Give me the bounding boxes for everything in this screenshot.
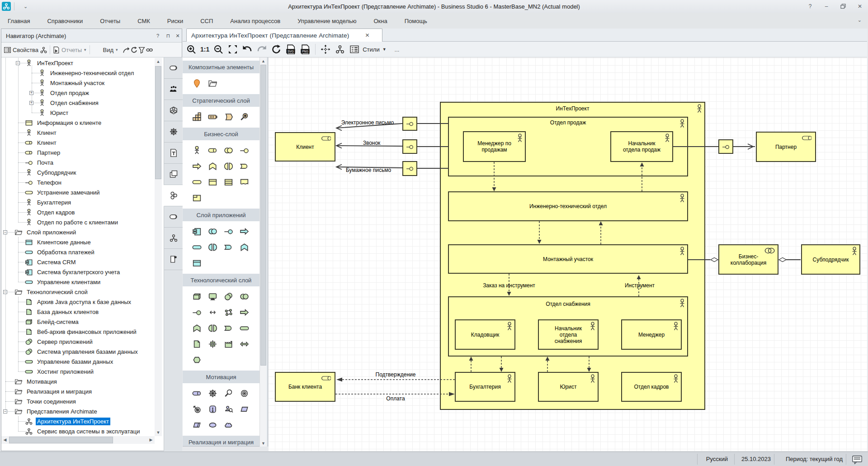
palette-item-product[interactable] xyxy=(189,190,205,206)
tree-item-label[interactable]: Юрист xyxy=(49,109,70,117)
palette-item-process[interactable] xyxy=(189,158,205,174)
junction-letter[interactable] xyxy=(402,161,417,176)
node-menedzher[interactable]: Менеджер xyxy=(621,319,682,350)
properties-icon[interactable] xyxy=(4,46,11,54)
tree-item-label[interactable]: Субподрядчик xyxy=(36,169,77,176)
tree-row[interactable]: Веб-архив финансовых приложений xyxy=(1,327,155,337)
type-tab[interactable] xyxy=(164,164,183,185)
status-period[interactable]: Период: текущий год xyxy=(786,456,843,462)
palette-item-serviced[interactable] xyxy=(221,320,236,336)
tree-expander[interactable] xyxy=(29,91,33,95)
palette-item-material[interactable] xyxy=(236,336,252,352)
tree-expander[interactable] xyxy=(3,409,7,414)
palette-item-value[interactable] xyxy=(205,417,221,433)
tree-row[interactable]: Слой приложений xyxy=(1,227,155,237)
fit-screen-icon[interactable] xyxy=(228,44,238,54)
tree-item-label[interactable]: Мотивация xyxy=(25,378,58,385)
tree-item-label[interactable]: Почта xyxy=(36,159,55,166)
menu-item[interactable]: Главная xyxy=(8,18,37,24)
tree-item-label[interactable]: Технологический слой xyxy=(25,288,89,296)
type-tab[interactable] xyxy=(164,206,183,228)
palette-section-header[interactable]: Композитные элементы xyxy=(183,61,259,73)
auto-layout-icon[interactable] xyxy=(321,44,330,54)
palette-item-goal[interactable] xyxy=(236,385,252,401)
palette-item-representation[interactable] xyxy=(236,174,252,190)
menu-item[interactable]: Отчеты xyxy=(100,18,127,24)
node-montazhny-uchastok[interactable]: Монтажный участок xyxy=(448,244,688,274)
menu-chevron-icon[interactable]: ⌄ xyxy=(858,17,862,23)
help-button[interactable]: ? xyxy=(807,3,814,10)
menu-item[interactable]: Помощь xyxy=(405,18,434,24)
tree-item-label[interactable]: Управление базами данных xyxy=(36,358,114,366)
palette-item-interface[interactable] xyxy=(189,304,205,320)
palette-item-interaction[interactable] xyxy=(221,158,236,174)
node-klient[interactable]: Клиент xyxy=(275,132,335,162)
tree-row[interactable]: Технологический слой xyxy=(1,287,155,297)
menu-item[interactable]: Управление моделью xyxy=(297,18,363,24)
type-tab[interactable] xyxy=(164,143,183,164)
menu-item[interactable]: Анализ процессов xyxy=(230,18,288,24)
reports-button[interactable]: Отчеты xyxy=(61,47,82,53)
properties-button[interactable]: Свойства xyxy=(13,47,38,53)
palette-item-pin[interactable] xyxy=(189,76,205,91)
palette-item-serviced[interactable] xyxy=(221,239,236,255)
tree-row[interactable]: Система CRM xyxy=(1,257,155,267)
tree-item-label[interactable]: Телефон xyxy=(36,179,63,186)
node-nachalnik-otdela-prodazh[interactable]: Начальник отдела продаж xyxy=(610,131,673,162)
tree-item-label[interactable]: Система управления базами данных xyxy=(36,348,139,356)
tree-item-label[interactable]: База данных клиентов xyxy=(36,308,100,316)
link-icon[interactable] xyxy=(146,46,153,54)
tree-item-label[interactable]: Реализация и миграция xyxy=(25,388,93,395)
tree-expander[interactable] xyxy=(16,61,20,65)
filter-icon[interactable] xyxy=(138,46,146,54)
palette-item-folder[interactable] xyxy=(205,76,221,91)
tree-item-label[interactable]: Сервер приложений xyxy=(36,338,94,346)
export-svg-icon[interactable]: SVG xyxy=(286,44,296,54)
tree-item-label[interactable]: Представления Archimate xyxy=(25,408,99,415)
menu-item[interactable]: Риски xyxy=(167,18,190,24)
node-buhgalteriya[interactable]: Бухгалтерия xyxy=(455,372,515,402)
palette-item-function[interactable] xyxy=(189,320,205,336)
junction-partner[interactable] xyxy=(718,139,733,154)
undo-icon[interactable] xyxy=(242,44,252,54)
menu-item[interactable]: Справочники xyxy=(47,18,90,24)
palette-item-service[interactable] xyxy=(236,320,252,336)
tree-item-label[interactable]: Клиент xyxy=(36,139,58,147)
node-nachalnik-otdela-snabzheniya[interactable]: Начальник отдела снабжения xyxy=(538,319,599,350)
tree-item-label[interactable]: Обработка платежей xyxy=(36,248,96,256)
tree-row[interactable]: Представления Archimate xyxy=(1,406,155,416)
tree-item-label[interactable]: Инженерно-технический отдел xyxy=(49,69,135,77)
type-tab[interactable] xyxy=(164,121,183,143)
palette-item-hexagon[interactable] xyxy=(189,352,205,368)
tree-row[interactable]: Управление клиентами xyxy=(1,277,155,287)
menu-item[interactable]: СМК xyxy=(137,18,157,24)
navigator-close-button[interactable]: ✕ xyxy=(174,32,181,39)
tree-item-label[interactable]: Клиентские данные xyxy=(36,238,92,246)
type-tab[interactable] xyxy=(164,100,183,121)
type-tab[interactable] xyxy=(164,79,183,100)
tree-item-label[interactable]: Веб-архив финансовых приложений xyxy=(36,328,138,336)
node-bank-klienta[interactable]: Банк клиента xyxy=(275,372,335,402)
junction-call[interactable] xyxy=(402,139,417,154)
tree-row[interactable]: Устранение замечаний xyxy=(1,187,155,197)
palette-item-process[interactable] xyxy=(236,304,252,320)
tree-row[interactable]: Архитектура ИнТехПроект xyxy=(1,416,155,426)
type-tab[interactable] xyxy=(164,249,183,270)
zoom-actual-button[interactable]: 1:1 xyxy=(200,46,209,53)
palette-item-capability[interactable] xyxy=(205,109,221,125)
tree-row[interactable]: Клиент xyxy=(1,128,155,138)
palette-section-header[interactable]: Слой приложений xyxy=(183,209,259,221)
tree-item-label[interactable]: Блейд-система xyxy=(36,318,80,326)
palette-scrollbar[interactable]: ▲ ▼ xyxy=(259,57,266,447)
status-date[interactable]: 25.10.2023 xyxy=(741,456,771,462)
tree-row[interactable]: Архив Java доступа к базе данных xyxy=(1,297,155,307)
palette-item-service[interactable] xyxy=(189,174,205,190)
styles-button[interactable]: Стили xyxy=(363,46,379,53)
tree-row[interactable]: Хостинг приложений xyxy=(1,366,155,376)
view-button[interactable]: Вид xyxy=(103,47,114,53)
tree-item-label[interactable]: Партнер xyxy=(36,149,61,157)
palette-item-artifact[interactable] xyxy=(189,336,205,352)
tree-row[interactable]: Управление базами данных xyxy=(1,357,155,366)
share-icon[interactable] xyxy=(123,46,130,54)
palette-item-outcome[interactable] xyxy=(189,401,205,417)
